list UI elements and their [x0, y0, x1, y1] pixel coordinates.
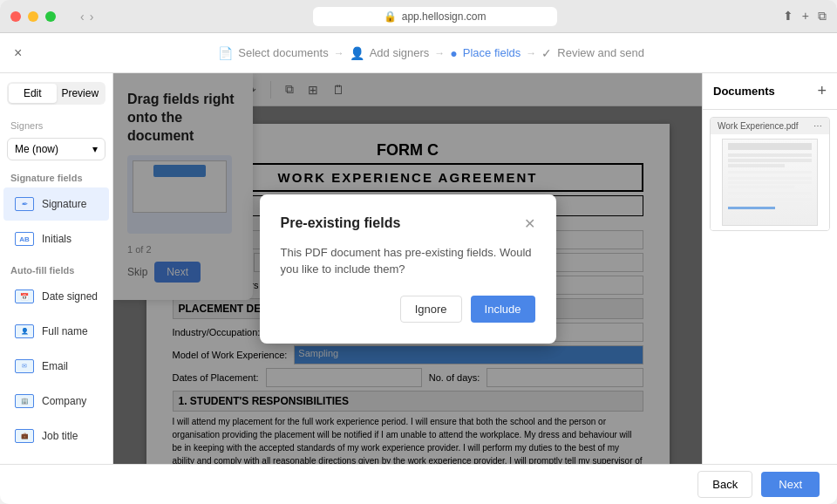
job-title-icon: 💼	[14, 426, 35, 446]
modal-body: This PDF document has pre-existing field…	[281, 244, 535, 278]
field-signature[interactable]: ✒ Signature	[3, 187, 109, 221]
step-select-documents[interactable]: 📄 Select documents	[218, 46, 328, 60]
signers-icon: 👤	[350, 46, 364, 60]
autofill-label: Auto-fill fields	[0, 256, 112, 279]
modal-overlay[interactable]: Pre-existing fields ✕ This PDF document …	[113, 73, 702, 464]
initials-field-icon: AB	[14, 228, 35, 249]
step-arrow-3: →	[526, 47, 536, 59]
main-content: Edit Preview Signers Me (now) ▾ Signatur…	[0, 73, 837, 464]
step-label-review: Review and send	[557, 46, 644, 59]
sidebar: Edit Preview Signers Me (now) ▾ Signatur…	[0, 73, 113, 464]
close-traffic-light[interactable]	[10, 11, 21, 22]
new-tab-icon[interactable]: +	[802, 9, 809, 24]
sidebar-tabs: Edit Preview	[7, 82, 105, 105]
place-fields-icon: ●	[450, 46, 457, 60]
field-full-name[interactable]: 👤 Full name	[3, 315, 109, 348]
step-label-signers: Add signers	[370, 46, 430, 59]
signature-label: Signature	[42, 198, 86, 210]
modal-title: Pre-existing fields	[281, 215, 401, 231]
email-label: Email	[42, 360, 68, 372]
field-date-signed[interactable]: 📅 Date signed	[3, 280, 109, 313]
maximize-traffic-light[interactable]	[45, 11, 56, 22]
url-text: app.hellosign.com	[402, 10, 487, 23]
ignore-button[interactable]: Ignore	[400, 296, 462, 323]
company-label: Company	[42, 395, 86, 407]
app-header: × 📄 Select documents → 👤 Add signers → ●…	[0, 33, 837, 73]
title-bar: ‹ › 🔒 app.hellosign.com ⬆ + ⧉	[0, 0, 837, 33]
step-add-signers[interactable]: 👤 Add signers	[350, 46, 430, 60]
share-icon[interactable]: ⬆	[783, 9, 793, 24]
date-signed-label: Date signed	[42, 290, 98, 303]
doc-name: Work Experience.pdf	[718, 121, 799, 131]
step-arrow-2: →	[434, 47, 445, 59]
thumb-image	[711, 134, 829, 230]
signature-fields-label: Signature fields	[0, 164, 112, 187]
add-document-button[interactable]: +	[817, 82, 827, 100]
doc-options-icon[interactable]: ⋯	[813, 121, 822, 131]
workflow-steps: 📄 Select documents → 👤 Add signers → ● P…	[39, 46, 823, 60]
field-company[interactable]: 🏢 Company	[3, 385, 109, 418]
signature-field-icon: ✒	[14, 194, 35, 215]
back-arrow[interactable]: ‹	[80, 10, 85, 24]
tab-edit[interactable]: Edit	[9, 84, 57, 103]
modal-dialog: Pre-existing fields ✕ This PDF document …	[260, 194, 556, 344]
job-title-label: Job title	[42, 430, 78, 442]
step-review-send[interactable]: ✓ Review and send	[541, 46, 644, 60]
signer-dropdown[interactable]: Me (now) ▾	[7, 138, 105, 160]
field-initials[interactable]: AB Initials	[3, 222, 109, 255]
field-email[interactable]: ✉ Email	[3, 350, 109, 383]
dropdown-arrow: ▾	[92, 143, 98, 155]
initials-label: Initials	[42, 233, 71, 245]
center-area: Fit width ↶ ↷ ⧉ ⊞ 🗒 FORM C WORK EXPERIEN…	[113, 73, 702, 464]
footer: Back Next	[0, 464, 837, 504]
step-label-place: Place fields	[463, 46, 521, 59]
thumb-preview-area	[722, 139, 818, 226]
forward-arrow[interactable]: ›	[90, 10, 94, 24]
modal-close-button[interactable]: ✕	[524, 215, 535, 232]
documents-title: Documents	[713, 85, 775, 98]
right-panel: Documents + Work Experience.pdf ⋯	[702, 73, 837, 464]
email-icon: ✉	[14, 356, 35, 377]
full-name-label: Full name	[42, 325, 88, 337]
step-arrow-1: →	[334, 47, 344, 59]
company-icon: 🏢	[14, 391, 35, 412]
modal-header: Pre-existing fields ✕	[281, 215, 535, 232]
modal-actions: Ignore Include	[281, 296, 535, 323]
document-thumbnail[interactable]: Work Experience.pdf ⋯	[710, 117, 830, 231]
date-signed-icon: 📅	[14, 286, 35, 307]
app-window: ‹ › 🔒 app.hellosign.com ⬆ + ⧉ × 📄 Select…	[0, 0, 837, 504]
review-icon: ✓	[541, 46, 552, 60]
step-place-fields[interactable]: ● Place fields	[450, 46, 521, 60]
signers-label: Signers	[0, 113, 112, 134]
current-signer: Me (now)	[15, 143, 58, 155]
tab-preview[interactable]: Preview	[57, 84, 105, 103]
address-bar[interactable]: 🔒 app.hellosign.com	[313, 7, 557, 26]
full-name-icon: 👤	[14, 321, 35, 342]
right-panel-header: Documents +	[703, 73, 837, 110]
lock-icon: 🔒	[384, 10, 397, 23]
back-button[interactable]: Back	[698, 471, 752, 498]
step-label-select: Select documents	[238, 46, 328, 59]
include-button[interactable]: Include	[471, 296, 535, 323]
close-button[interactable]: ×	[14, 45, 22, 61]
document-icon: 📄	[218, 46, 233, 60]
thumb-header: Work Experience.pdf ⋯	[711, 118, 829, 134]
tabs-icon[interactable]: ⧉	[818, 9, 827, 24]
minimize-traffic-light[interactable]	[28, 11, 38, 22]
field-job-title[interactable]: 💼 Job title	[3, 419, 109, 453]
next-button[interactable]: Next	[761, 472, 820, 497]
